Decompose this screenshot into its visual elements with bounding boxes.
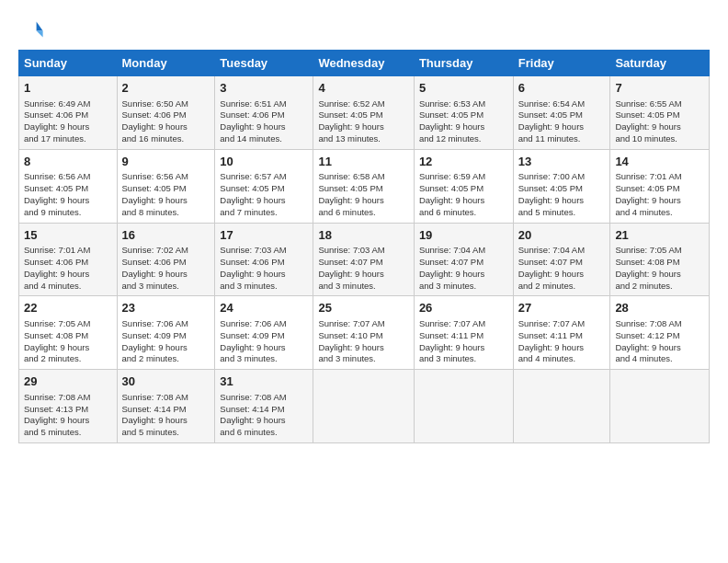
calendar-cell bbox=[313, 370, 414, 443]
calendar-table: SundayMondayTuesdayWednesdayThursdayFrid… bbox=[18, 50, 710, 443]
day-number: 11 bbox=[318, 154, 408, 170]
day-number: 13 bbox=[518, 154, 606, 170]
weekday-header-tuesday: Tuesday bbox=[215, 51, 313, 76]
weekday-row: SundayMondayTuesdayWednesdayThursdayFrid… bbox=[19, 51, 710, 76]
page: SundayMondayTuesdayWednesdayThursdayFrid… bbox=[0, 0, 728, 453]
calendar-cell: 22Sunrise: 7:05 AMSunset: 4:08 PMDayligh… bbox=[19, 296, 118, 370]
weekday-header-saturday: Saturday bbox=[610, 51, 710, 76]
calendar-cell: 15Sunrise: 7:01 AMSunset: 4:06 PMDayligh… bbox=[19, 223, 118, 296]
day-number: 19 bbox=[419, 227, 508, 244]
calendar-cell: 3Sunrise: 6:51 AMSunset: 4:06 PMDaylight… bbox=[215, 76, 313, 150]
day-number: 21 bbox=[615, 227, 704, 244]
calendar-cell: 21Sunrise: 7:05 AMSunset: 4:08 PMDayligh… bbox=[610, 223, 710, 296]
week-row-3: 15Sunrise: 7:01 AMSunset: 4:06 PMDayligh… bbox=[19, 223, 710, 296]
day-number: 12 bbox=[419, 154, 508, 170]
calendar-cell: 24Sunrise: 7:06 AMSunset: 4:09 PMDayligh… bbox=[215, 296, 313, 370]
calendar-cell: 13Sunrise: 7:00 AMSunset: 4:05 PMDayligh… bbox=[513, 149, 610, 223]
day-number: 23 bbox=[122, 300, 210, 316]
weekday-header-thursday: Thursday bbox=[414, 51, 513, 76]
calendar-cell: 29Sunrise: 7:08 AMSunset: 4:13 PMDayligh… bbox=[19, 370, 118, 443]
calendar-header: SundayMondayTuesdayWednesdayThursdayFrid… bbox=[19, 51, 710, 76]
day-number: 6 bbox=[518, 80, 606, 97]
calendar-cell bbox=[513, 370, 610, 443]
calendar-cell: 11Sunrise: 6:58 AMSunset: 4:05 PMDayligh… bbox=[313, 149, 414, 223]
day-number: 16 bbox=[122, 227, 210, 244]
day-number: 20 bbox=[518, 227, 606, 244]
day-number: 27 bbox=[518, 300, 606, 316]
calendar-cell: 9Sunrise: 6:56 AMSunset: 4:05 PMDaylight… bbox=[117, 149, 215, 223]
day-number: 3 bbox=[220, 80, 308, 97]
svg-marker-0 bbox=[37, 22, 43, 31]
calendar-cell bbox=[414, 370, 513, 443]
logo-icon bbox=[18, 17, 44, 42]
calendar-cell: 2Sunrise: 6:50 AMSunset: 4:06 PMDaylight… bbox=[117, 76, 215, 150]
day-number: 31 bbox=[220, 373, 308, 390]
calendar-cell: 27Sunrise: 7:07 AMSunset: 4:11 PMDayligh… bbox=[513, 296, 610, 370]
day-number: 5 bbox=[419, 80, 508, 97]
calendar-cell: 6Sunrise: 6:54 AMSunset: 4:05 PMDaylight… bbox=[513, 76, 610, 150]
calendar-cell: 25Sunrise: 7:07 AMSunset: 4:10 PMDayligh… bbox=[313, 296, 414, 370]
day-number: 9 bbox=[122, 154, 210, 170]
day-number: 4 bbox=[318, 80, 408, 97]
calendar-cell: 10Sunrise: 6:57 AMSunset: 4:05 PMDayligh… bbox=[215, 149, 313, 223]
weekday-header-wednesday: Wednesday bbox=[313, 51, 414, 76]
day-number: 28 bbox=[615, 300, 704, 316]
day-number: 8 bbox=[24, 154, 112, 170]
header bbox=[18, 17, 710, 42]
calendar-cell: 28Sunrise: 7:08 AMSunset: 4:12 PMDayligh… bbox=[610, 296, 710, 370]
calendar-cell: 14Sunrise: 7:01 AMSunset: 4:05 PMDayligh… bbox=[610, 149, 710, 223]
logo bbox=[18, 17, 48, 42]
calendar-cell: 4Sunrise: 6:52 AMSunset: 4:05 PMDaylight… bbox=[313, 76, 414, 150]
calendar-cell: 17Sunrise: 7:03 AMSunset: 4:06 PMDayligh… bbox=[215, 223, 313, 296]
week-row-5: 29Sunrise: 7:08 AMSunset: 4:13 PMDayligh… bbox=[19, 370, 710, 443]
day-number: 29 bbox=[24, 373, 112, 390]
calendar-cell: 18Sunrise: 7:03 AMSunset: 4:07 PMDayligh… bbox=[313, 223, 414, 296]
day-number: 7 bbox=[615, 80, 704, 97]
weekday-header-monday: Monday bbox=[117, 51, 215, 76]
day-number: 24 bbox=[220, 300, 308, 316]
calendar-cell: 7Sunrise: 6:55 AMSunset: 4:05 PMDaylight… bbox=[610, 76, 710, 150]
calendar-cell: 23Sunrise: 7:06 AMSunset: 4:09 PMDayligh… bbox=[117, 296, 215, 370]
day-number: 17 bbox=[220, 227, 308, 244]
calendar-cell: 31Sunrise: 7:08 AMSunset: 4:14 PMDayligh… bbox=[215, 370, 313, 443]
week-row-4: 22Sunrise: 7:05 AMSunset: 4:08 PMDayligh… bbox=[19, 296, 710, 370]
weekday-header-sunday: Sunday bbox=[19, 51, 118, 76]
day-number: 26 bbox=[419, 300, 508, 316]
week-row-1: 1Sunrise: 6:49 AMSunset: 4:06 PMDaylight… bbox=[19, 76, 710, 150]
week-row-2: 8Sunrise: 6:56 AMSunset: 4:05 PMDaylight… bbox=[19, 149, 710, 223]
calendar-cell: 8Sunrise: 6:56 AMSunset: 4:05 PMDaylight… bbox=[19, 149, 118, 223]
calendar-body: 1Sunrise: 6:49 AMSunset: 4:06 PMDaylight… bbox=[19, 76, 710, 443]
calendar-cell: 20Sunrise: 7:04 AMSunset: 4:07 PMDayligh… bbox=[513, 223, 610, 296]
day-number: 25 bbox=[318, 300, 408, 316]
calendar-cell: 30Sunrise: 7:08 AMSunset: 4:14 PMDayligh… bbox=[117, 370, 215, 443]
calendar-cell: 5Sunrise: 6:53 AMSunset: 4:05 PMDaylight… bbox=[414, 76, 513, 150]
calendar-cell: 19Sunrise: 7:04 AMSunset: 4:07 PMDayligh… bbox=[414, 223, 513, 296]
weekday-header-friday: Friday bbox=[513, 51, 610, 76]
day-number: 15 bbox=[24, 227, 112, 244]
day-number: 10 bbox=[220, 154, 308, 170]
day-number: 18 bbox=[318, 227, 408, 244]
day-number: 1 bbox=[24, 80, 112, 97]
day-number: 2 bbox=[122, 80, 210, 97]
day-number: 22 bbox=[24, 300, 112, 316]
calendar-cell: 26Sunrise: 7:07 AMSunset: 4:11 PMDayligh… bbox=[414, 296, 513, 370]
svg-marker-1 bbox=[37, 30, 43, 37]
day-number: 30 bbox=[122, 373, 210, 390]
calendar-cell bbox=[610, 370, 710, 443]
calendar-cell: 16Sunrise: 7:02 AMSunset: 4:06 PMDayligh… bbox=[117, 223, 215, 296]
calendar-cell: 12Sunrise: 6:59 AMSunset: 4:05 PMDayligh… bbox=[414, 149, 513, 223]
calendar-cell: 1Sunrise: 6:49 AMSunset: 4:06 PMDaylight… bbox=[19, 76, 118, 150]
day-number: 14 bbox=[615, 154, 704, 170]
